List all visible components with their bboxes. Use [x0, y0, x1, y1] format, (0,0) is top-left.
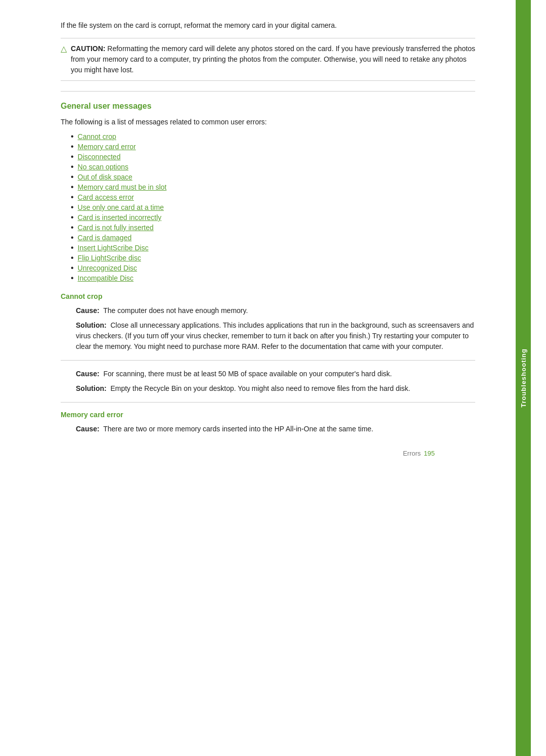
list-item: •Out of disk space: [71, 173, 475, 181]
footer-label: Errors: [403, 450, 421, 457]
solution2-text: Empty the Recycle Bin on your desktop. Y…: [110, 384, 410, 392]
link-use-only-one-card[interactable]: Use only one card at a time: [78, 203, 164, 211]
links-list: •Cannot crop •Memory card error •Disconn…: [71, 132, 475, 282]
list-item: •Card is damaged: [71, 234, 475, 242]
solution1-label: Solution:: [76, 321, 107, 329]
bullet-dot: •: [71, 254, 74, 262]
link-insert-lightscribe-disc[interactable]: Insert LightScribe Disc: [78, 244, 149, 252]
list-item: •Use only one card at a time: [71, 203, 475, 211]
cannot-crop-solution2: Solution: Empty the Recycle Bin on your …: [76, 383, 475, 394]
top-paragraph: If the file system on the card is corrup…: [61, 20, 475, 31]
link-unrecognized-disc[interactable]: Unrecognized Disc: [78, 264, 138, 272]
bullet-dot: •: [71, 153, 74, 161]
link-incompatible-disc[interactable]: Incompatible Disc: [78, 274, 134, 282]
cannot-crop-cause2: Cause: For scanning, there must be at le…: [76, 369, 475, 379]
list-item: •Card is inserted incorrectly: [71, 213, 475, 221]
bullet-dot: •: [71, 234, 74, 242]
list-item: •Card access error: [71, 193, 475, 201]
memory-card-error-heading: Memory card error: [61, 411, 475, 419]
bullet-dot: •: [71, 203, 74, 211]
list-item: •Insert LightScribe Disc: [71, 244, 475, 252]
general-section-intro: The following is a list of messages rela…: [61, 117, 475, 127]
mce-cause1-label: Cause:: [76, 425, 100, 433]
divider-thin-1: [61, 360, 475, 361]
link-out-of-disk-space[interactable]: Out of disk space: [78, 173, 132, 181]
link-card-is-damaged[interactable]: Card is damaged: [78, 234, 132, 242]
link-card-not-fully-inserted[interactable]: Card is not fully inserted: [78, 224, 154, 232]
bullet-dot: •: [71, 183, 74, 191]
bullet-dot: •: [71, 244, 74, 252]
cannot-crop-cause2-block: Cause: For scanning, there must be at le…: [61, 369, 475, 394]
list-item: •Memory card must be in slot: [71, 183, 475, 191]
mce-cause1-text: There are two or more memory cards inser…: [103, 425, 373, 433]
memory-card-error-cause1: Cause: There are two or more memory card…: [76, 424, 475, 434]
link-flip-lightscribe-disc[interactable]: Flip LightScribe disc: [78, 254, 141, 262]
page-footer: Errors 195: [61, 444, 475, 462]
sidebar-tab-label: Troubleshooting: [520, 348, 527, 408]
page-wrapper: If the file system on the card is corrup…: [0, 0, 546, 756]
bullet-dot: •: [71, 143, 74, 151]
link-disconnected[interactable]: Disconnected: [78, 153, 121, 161]
list-item: •Memory card error: [71, 143, 475, 151]
solution1-text: Close all unnecessary applications. This…: [76, 321, 474, 350]
footer-page-number: 195: [424, 450, 435, 457]
cause1-label: Cause:: [76, 306, 100, 315]
sidebar-tab: Troubleshooting: [516, 0, 531, 756]
cause2-label: Cause:: [76, 370, 100, 378]
cannot-crop-heading: Cannot crop: [61, 292, 475, 300]
cannot-crop-solution1: Solution: Close all unnecessary applicat…: [76, 320, 475, 352]
cause1-text: The computer does not have enough memory…: [103, 306, 248, 315]
memory-card-error-section: Memory card error Cause: There are two o…: [61, 411, 475, 434]
bullet-dot: •: [71, 274, 74, 282]
bullet-dot: •: [71, 132, 74, 141]
caution-text-block: CAUTION: Reformatting the memory card wi…: [71, 43, 475, 75]
cannot-crop-cause1: Cause: The computer does not have enough…: [76, 305, 475, 316]
divider-thin-2: [61, 402, 475, 403]
list-item: •Cannot crop: [71, 132, 475, 141]
list-item: •Incompatible Disc: [71, 274, 475, 282]
caution-box: △ CAUTION: Reformatting the memory card …: [61, 38, 475, 81]
bullet-dot: •: [71, 264, 74, 272]
list-item: •Disconnected: [71, 153, 475, 161]
list-item: •Card is not fully inserted: [71, 224, 475, 232]
top-section: If the file system on the card is corrup…: [61, 20, 475, 81]
bullet-dot: •: [71, 173, 74, 181]
link-cannot-crop[interactable]: Cannot crop: [78, 132, 116, 141]
list-item: •Flip LightScribe disc: [71, 254, 475, 262]
link-memory-card-must-be-in-slot[interactable]: Memory card must be in slot: [78, 183, 167, 191]
general-section-heading: General user messages: [61, 102, 475, 111]
cannot-crop-section: Cannot crop Cause: The computer does not…: [61, 292, 475, 394]
solution2-label: Solution:: [76, 384, 107, 392]
list-item: •Unrecognized Disc: [71, 264, 475, 272]
link-card-access-error[interactable]: Card access error: [78, 193, 134, 201]
link-card-inserted-incorrectly[interactable]: Card is inserted incorrectly: [78, 213, 162, 221]
link-no-scan-options[interactable]: No scan options: [78, 163, 128, 171]
caution-body: Reformatting the memory card will delete…: [71, 45, 475, 74]
memory-card-error-cause1-block: Cause: There are two or more memory card…: [61, 424, 475, 434]
main-content: If the file system on the card is corrup…: [0, 0, 516, 756]
bullet-dot: •: [71, 193, 74, 201]
cannot-crop-cause1-block: Cause: The computer does not have enough…: [61, 305, 475, 352]
list-item: •No scan options: [71, 163, 475, 171]
bullet-dot: •: [71, 163, 74, 171]
section-divider: [61, 91, 475, 92]
bullet-dot: •: [71, 213, 74, 221]
caution-triangle-icon: △: [61, 44, 67, 54]
bullet-dot: •: [71, 224, 74, 232]
general-user-messages-section: General user messages The following is a…: [61, 102, 475, 282]
link-memory-card-error[interactable]: Memory card error: [78, 143, 136, 151]
caution-label: CAUTION:: [71, 45, 105, 53]
cause2-text: For scanning, there must be at least 50 …: [103, 370, 392, 378]
